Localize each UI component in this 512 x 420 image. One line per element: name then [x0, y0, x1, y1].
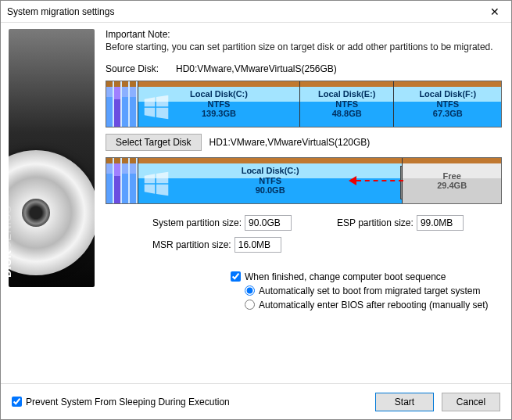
partition-fs: NTFS	[436, 99, 459, 109]
window: System migration settings ✕ DISKGENIUS I…	[0, 0, 512, 420]
msr-size-input[interactable]	[235, 237, 281, 253]
esp-size-label: ESP partition size:	[337, 217, 414, 228]
partition-size: 90.0GB	[256, 185, 285, 195]
cancel-button[interactable]: Cancel	[442, 393, 500, 411]
source-disk-map: Local Disk(C:)NTFS139.3GBLocal Disk(E:)N…	[106, 81, 502, 127]
source-disk-value: HD0:VMware,VMwareVirtualS(256GB)	[176, 63, 337, 74]
auto-boot-label: Automatically set to boot from migrated …	[259, 285, 480, 296]
window-title: System migration settings	[7, 6, 478, 17]
svg-marker-0	[145, 97, 156, 106]
select-target-disk-button[interactable]: Select Target Disk	[106, 134, 202, 151]
svg-marker-4	[145, 174, 156, 183]
resize-arrow-icon	[349, 177, 403, 185]
system-size-label: System partition size:	[152, 217, 242, 228]
target-disk-value: HD1:VMware,VMwareVirtualS(120GB)	[209, 137, 371, 148]
partition: Local Disk(C:)NTFS139.3GB	[138, 81, 299, 127]
msr-size-label: MSR partition size:	[152, 239, 231, 250]
note-text: Before starting, you can set partition s…	[106, 41, 502, 54]
svg-marker-1	[156, 95, 168, 106]
partition-size: 29.4GB	[437, 181, 467, 190]
partition-fs: NTFS	[259, 176, 281, 185]
partition-name: Free	[443, 171, 461, 181]
svg-marker-2	[145, 107, 156, 117]
finish-change-boot-label: When finished, change computer boot sequ…	[245, 271, 446, 282]
titlebar: System migration settings ✕	[1, 1, 511, 23]
boot-options: When finished, change computer boot sequ…	[231, 270, 502, 314]
partition-fs: NTFS	[335, 99, 358, 109]
partition-name: Local Disk(C:)	[190, 89, 248, 99]
auto-boot-radio[interactable]	[245, 285, 255, 296]
svg-marker-6	[145, 184, 156, 193]
svg-marker-7	[156, 184, 168, 195]
partition-size: 48.8GB	[332, 109, 362, 118]
system-size-input[interactable]	[245, 215, 292, 231]
close-icon[interactable]: ✕	[478, 1, 511, 22]
partition[interactable]: Local Disk(C:)NTFS90.0GB	[138, 158, 402, 203]
free-space-partition[interactable]: Free29.4GB	[402, 158, 501, 203]
svg-marker-5	[156, 171, 168, 182]
brand-main: DISK	[9, 250, 13, 278]
partition: Local Disk(F:)NTFS67.3GB	[393, 81, 501, 127]
manual-bios-label: Automatically enter BIOS after rebooting…	[259, 300, 488, 311]
finish-change-boot-checkbox[interactable]	[231, 271, 241, 282]
source-disk-label: Source Disk:	[106, 63, 176, 74]
manual-bios-radio[interactable]	[245, 300, 255, 310]
partition-name: Local Disk(C:)	[242, 166, 299, 175]
partition: Local Disk(E:)NTFS48.8GB	[299, 81, 394, 127]
partition-fs: NTFS	[208, 99, 231, 109]
partition-size: 67.3GB	[433, 109, 463, 118]
prevent-sleep-label: Prevent System From Sleeping During Exec…	[26, 397, 230, 407]
disk-illustration: DISKGENIUS	[9, 29, 95, 287]
brand-sub: GENIUS	[9, 206, 13, 250]
windows-logo-icon	[143, 171, 170, 197]
partition-name: Local Disk(F:)	[419, 89, 476, 99]
start-button[interactable]: Start	[375, 393, 434, 411]
footer: Prevent System From Sleeping During Exec…	[1, 383, 511, 419]
esp-size-input[interactable]	[417, 215, 464, 231]
svg-marker-3	[156, 107, 168, 118]
target-disk-map[interactable]: Local Disk(C:)NTFS90.0GBFree29.4GB	[106, 157, 502, 204]
windows-logo-icon	[143, 94, 170, 120]
note-title: Important Note:	[106, 29, 502, 40]
partition-size: 139.3GB	[202, 109, 236, 118]
partition-name: Local Disk(E:)	[318, 89, 375, 99]
prevent-sleep-checkbox[interactable]	[12, 397, 22, 407]
